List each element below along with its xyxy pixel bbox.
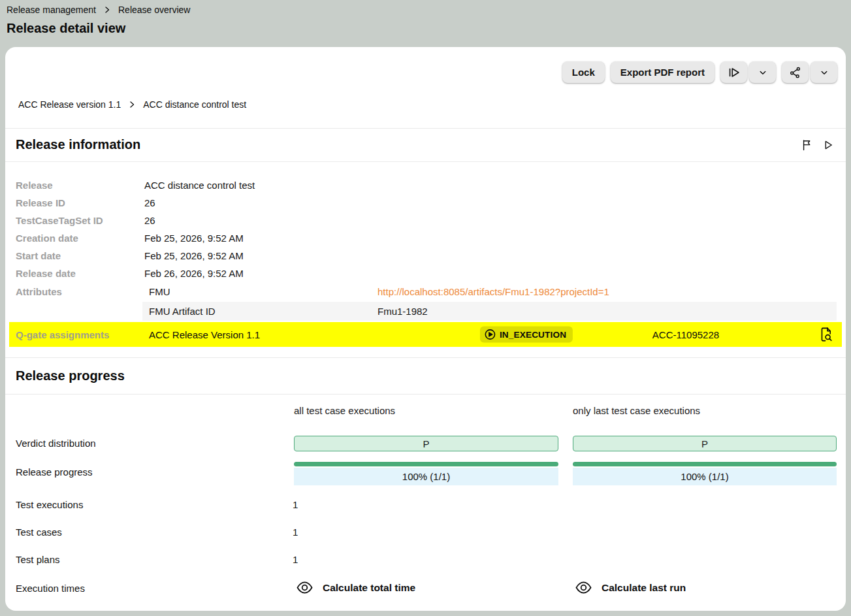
release-info-fields: Release ACC distance control test Releas… xyxy=(16,176,255,282)
field-label: TestCaseTagSet ID xyxy=(16,215,144,226)
play-icon xyxy=(822,139,834,151)
info-row-release: Release ACC distance control test xyxy=(16,176,255,194)
run-button[interactable] xyxy=(720,61,747,83)
progress-value-all: 100% (1/1) xyxy=(294,468,558,485)
field-value: Feb 26, 2026, 9:52 AM xyxy=(144,268,244,279)
field-label: Start date xyxy=(16,250,144,261)
verdict-distribution-label: Verdict distribution xyxy=(16,438,96,449)
breadcrumb: Release management Release overview xyxy=(7,5,190,15)
info-row-release-date: Release date Feb 26, 2026, 9:52 AM xyxy=(16,265,255,282)
info-row-testcasetagset-id: TestCaseTagSet ID 26 xyxy=(16,212,255,229)
share-button[interactable] xyxy=(782,61,809,83)
attribute-value: Fmu1-1982 xyxy=(377,306,428,317)
progress-bar-all xyxy=(294,462,558,466)
attribute-row-fmu: FMU http://localhost:8085/artifacts/Fmu1… xyxy=(142,282,837,302)
release-information-header-icons xyxy=(801,138,834,152)
calculate-total-time-button[interactable]: Calculate total time xyxy=(296,579,415,596)
column-header-last-executions: only last test case executions xyxy=(573,405,837,416)
eye-icon xyxy=(575,579,592,596)
test-plans-value: 1 xyxy=(293,554,298,565)
verdict-value: P xyxy=(423,438,429,449)
qgate-release-name: ACC Release Version 1.1 xyxy=(149,322,260,347)
verdict-bar-last: P xyxy=(573,436,837,451)
attribute-row-fmu-artifact-id: FMU Artifact ID Fmu1-1982 xyxy=(142,302,837,321)
release-detail-card: Lock Export PDF report xyxy=(5,47,846,611)
share-icon xyxy=(789,66,802,79)
breadcrumb-current-release: ACC distance control test xyxy=(143,99,246,110)
execution-times-label: Execution times xyxy=(16,583,85,594)
circle-play-icon xyxy=(484,329,496,341)
eye-icon xyxy=(296,579,313,596)
qgate-assignments-label: Q-gate assignments xyxy=(16,322,109,347)
test-cases-value: 1 xyxy=(293,527,298,538)
calculate-last-run-button[interactable]: Calculate last run xyxy=(575,579,686,596)
progress-bar-last xyxy=(573,462,837,466)
file-search-icon xyxy=(818,327,833,343)
field-value: ACC distance control test xyxy=(144,180,255,191)
lock-button[interactable]: Lock xyxy=(562,61,605,83)
test-executions-value: 1 xyxy=(293,499,298,510)
release-information-header: Release information xyxy=(5,128,846,161)
chevron-down-icon xyxy=(757,67,769,78)
attribute-name: FMU Artifact ID xyxy=(149,306,377,317)
chevron-right-icon xyxy=(103,6,111,14)
release-information-heading: Release information xyxy=(16,137,140,152)
chevron-right-icon xyxy=(128,101,136,108)
toolbar: Lock Export PDF report xyxy=(562,61,837,83)
page-header: Release management Release overview Rele… xyxy=(0,0,851,47)
qgate-ticket-id: ACC-11095228 xyxy=(652,329,719,340)
progress-value-last: 100% (1/1) xyxy=(573,468,837,485)
run-icon xyxy=(727,65,741,80)
run-button-group xyxy=(720,61,776,83)
field-label: Release xyxy=(16,180,144,191)
release-progress-label: Release progress xyxy=(16,466,93,478)
field-value: Feb 25, 2026, 9:52 AM xyxy=(144,250,244,261)
info-row-start-date: Start date Feb 25, 2026, 9:52 AM xyxy=(16,247,255,265)
release-progress-heading: Release progress xyxy=(16,368,125,383)
divider xyxy=(5,161,846,162)
release-progress-header: Release progress xyxy=(5,357,846,394)
field-label: Release date xyxy=(16,268,144,279)
progress-percent: 100% (1/1) xyxy=(681,471,728,482)
calculate-total-time-label: Calculate total time xyxy=(323,582,415,594)
status-badge-label: IN_EXECUTION xyxy=(500,330,566,340)
breadcrumb-release-management[interactable]: Release management xyxy=(7,5,96,15)
breadcrumb-release-overview[interactable]: Release overview xyxy=(118,5,191,15)
test-executions-label: Test executions xyxy=(16,499,83,510)
attribute-name: FMU xyxy=(149,286,377,297)
info-row-creation-date: Creation date Feb 25, 2026, 9:52 AM xyxy=(16,229,255,247)
verdict-bar-all: P xyxy=(294,436,558,451)
verdict-value: P xyxy=(701,438,708,449)
share-menu-button[interactable] xyxy=(811,61,837,83)
info-row-release-id: Release ID 26 xyxy=(16,194,255,212)
release-breadcrumb: ACC Release version 1.1 ACC distance con… xyxy=(18,98,246,111)
field-value: 26 xyxy=(144,215,155,226)
field-value: Feb 25, 2026, 9:52 AM xyxy=(144,233,244,244)
open-report-button[interactable] xyxy=(818,327,833,343)
run-menu-button[interactable] xyxy=(749,61,776,83)
divider xyxy=(5,394,846,395)
flag-button[interactable] xyxy=(801,138,814,152)
attributes-table: FMU http://localhost:8085/artifacts/Fmu1… xyxy=(142,282,837,321)
breadcrumb-release-version[interactable]: ACC Release version 1.1 xyxy=(18,99,121,110)
progress-percent: 100% (1/1) xyxy=(402,471,450,482)
calculate-last-run-label: Calculate last run xyxy=(602,582,686,594)
attributes-label: Attributes xyxy=(16,286,62,297)
field-value: 26 xyxy=(144,197,155,208)
share-button-group xyxy=(782,61,837,83)
flag-icon xyxy=(801,138,814,152)
column-header-all-executions: all test case executions xyxy=(294,405,558,416)
test-cases-label: Test cases xyxy=(16,527,62,538)
field-label: Release ID xyxy=(16,197,144,208)
play-button[interactable] xyxy=(822,139,834,151)
export-pdf-button[interactable]: Export PDF report xyxy=(611,61,715,83)
field-label: Creation date xyxy=(16,233,144,244)
fmu-artifact-link[interactable]: http://localhost:8085/artifacts/Fmu1-198… xyxy=(377,286,609,297)
test-plans-label: Test plans xyxy=(16,554,60,565)
status-badge: IN_EXECUTION xyxy=(480,327,573,343)
chevron-down-icon xyxy=(818,67,830,78)
page-title: Release detail view xyxy=(7,21,125,36)
qgate-assignment-row: Q-gate assignments ACC Release Version 1… xyxy=(9,322,842,347)
